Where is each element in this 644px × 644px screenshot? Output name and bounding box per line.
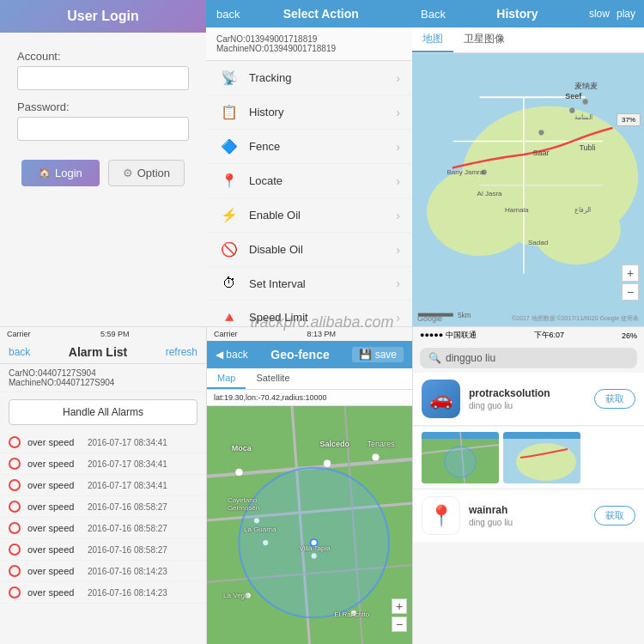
geo-zoom-out-button[interactable]: −: [392, 617, 407, 632]
map-label-sadad: Sadad: [528, 239, 548, 246]
action-item[interactable]: 🔷 Fence ›: [206, 130, 412, 164]
alarm-type: over speed: [27, 566, 88, 576]
svg-point-8: [569, 108, 574, 113]
alarm-time: 2016-07-16 08:14:23: [88, 588, 167, 598]
action-list: 📡 Tracking › 📋 History › 🔷 Fence › 📍 Loc…: [206, 61, 412, 326]
map-label-tubli: Tubli: [579, 143, 595, 152]
machine-no: MachineNO:013949001718819: [216, 44, 402, 53]
password-label: Password:: [17, 100, 189, 113]
screenshots-row: [422, 432, 635, 483]
action-item[interactable]: 🔺 Speed Limit ›: [206, 301, 412, 326]
panel-appstore: ●●●●● 中国联通 下午6:07 26% 🔍 dingguo liu 🚗 pr…: [412, 326, 644, 644]
geo-tab-satellite[interactable]: Satellite: [246, 368, 300, 389]
action-back-button[interactable]: back: [216, 8, 240, 21]
geo-save-button[interactable]: 💾 save: [352, 347, 404, 362]
panel-action: back Select Action CarNO:013949001718819…: [206, 0, 412, 326]
geo-label-laguama: La Guama: [244, 526, 276, 533]
action-item-label: Fence: [249, 140, 396, 153]
app-get-button-protracksolution[interactable]: 获取: [594, 389, 635, 409]
app-author-wainrah: ding guo liu: [469, 518, 594, 527]
handle-all-alarms-button[interactable]: Handle All Alarms: [9, 399, 197, 425]
alarm-dot: [9, 522, 21, 534]
app-author-protracksolution: ding guo liu: [469, 401, 594, 410]
map-label-rifa: الرفاع: [574, 206, 591, 214]
history-controls: slow play: [589, 8, 635, 20]
alarm-carrier: Carrier: [7, 330, 31, 338]
alarm-row[interactable]: over speed 2016-07-16 08:58:27: [0, 539, 206, 561]
alarm-time: 2016-07-16 08:58:27: [88, 545, 167, 555]
geo-carrier: Carrier: [214, 330, 238, 338]
appstore-status-bar: ●●●●● 中国联通 下午6:07 26%: [413, 327, 644, 343]
action-item-label: Set Interval: [249, 277, 396, 290]
account-label: Account:: [17, 50, 189, 63]
appstore-search-bar[interactable]: 🔍 dingguo liu: [420, 348, 637, 368]
alarm-type: over speed: [27, 523, 88, 533]
login-buttons: Login Option: [17, 160, 189, 186]
appstore-battery: 26%: [622, 331, 637, 340]
action-item[interactable]: ⏱ Set Interval ›: [206, 267, 412, 301]
alarm-row[interactable]: over speed 2016-07-16 08:58:27: [0, 518, 206, 539]
alarm-refresh-button[interactable]: refresh: [166, 346, 197, 358]
login-button[interactable]: Login: [21, 160, 100, 186]
svg-point-21: [324, 460, 331, 467]
history-play-button[interactable]: play: [617, 8, 635, 20]
action-item-arrow: ›: [396, 311, 400, 325]
action-item[interactable]: 🚫 Disable Oil ›: [206, 233, 412, 267]
alarm-row[interactable]: over speed 2016-07-16 08:14:23: [0, 582, 206, 604]
alarm-row[interactable]: over speed 2016-07-16 08:58:27: [0, 496, 206, 518]
app-info-protracksolution: protracksolution ding guo liu: [469, 387, 594, 410]
action-item-icon: 🔺: [218, 309, 240, 325]
app-screenshots: [413, 427, 644, 489]
alarm-type: over speed: [27, 587, 88, 598]
action-item[interactable]: ⚡ Enable Oil ›: [206, 198, 412, 233]
geo-back-button[interactable]: ◀ back: [216, 349, 248, 361]
history-map-area: 5km Seef 麦纳麦 المنامة Saar Tubli Bany Jam…: [412, 53, 644, 326]
geo-tab-map[interactable]: Map: [207, 368, 246, 389]
app-get-button-wainrah[interactable]: 获取: [594, 506, 635, 526]
tab-satellite[interactable]: 卫星图像: [453, 27, 515, 52]
action-item[interactable]: 📋 History ›: [206, 95, 412, 130]
map-label-hamala: Hamala: [505, 206, 529, 214]
alarm-list: over speed 2016-07-17 08:34:41 over spee…: [0, 432, 206, 644]
action-item-icon: 📡: [218, 70, 240, 86]
zoom-in-button[interactable]: +: [622, 264, 639, 282]
svg-rect-37: [503, 432, 580, 439]
app-name-wainrah: wainrah: [469, 504, 594, 516]
action-item-arrow: ›: [396, 243, 400, 257]
alarm-time: 2016-07-16 08:58:27: [88, 502, 167, 512]
search-icon: 🔍: [428, 352, 441, 364]
history-title: History: [496, 7, 538, 21]
app-item-wainrah: 📍 wainrah ding guo liu 获取: [413, 489, 644, 542]
map-copyright: ©2017 地图数据 ©2017/11/6020 Google 使用条: [512, 314, 639, 323]
map-label-arabic: المنامة: [574, 113, 592, 121]
password-input[interactable]: [17, 117, 189, 141]
geo-label-cayetano: CayetanoGermosén: [228, 496, 259, 512]
alarm-row[interactable]: over speed 2016-07-16 08:14:23: [0, 561, 206, 582]
history-back-button[interactable]: Back: [421, 8, 446, 21]
alarm-row[interactable]: over speed 2016-07-17 08:34:41: [0, 432, 206, 453]
alarm-dot: [9, 458, 21, 470]
svg-point-20: [235, 469, 242, 476]
alarm-row[interactable]: over speed 2016-07-17 08:34:41: [0, 475, 206, 496]
svg-point-35: [445, 447, 476, 477]
alarm-type: over speed: [27, 437, 88, 447]
account-input[interactable]: [17, 66, 189, 90]
action-item-icon: 🚫: [218, 241, 240, 258]
alarm-time: 5:59 PM: [100, 330, 130, 338]
option-button[interactable]: Option: [108, 160, 185, 186]
action-item[interactable]: 📍 Locate ›: [206, 164, 412, 198]
geo-coord-bar: lat:19.30,lon:-70.42,radius:10000: [207, 390, 412, 406]
alarm-time: 2016-07-17 08:34:41: [88, 459, 167, 469]
tab-map[interactable]: 地图: [412, 27, 453, 52]
alarm-back-button[interactable]: back: [9, 346, 30, 358]
alarm-row[interactable]: over speed 2016-07-17 08:34:41: [0, 453, 206, 475]
action-item-icon: 🔷: [218, 138, 240, 155]
alarm-dot: [9, 479, 21, 491]
svg-point-10: [538, 130, 544, 135]
geo-zoom-in-button[interactable]: +: [392, 598, 407, 614]
action-item[interactable]: 📡 Tracking ›: [206, 61, 412, 95]
alarm-time: 2016-07-16 08:14:23: [88, 567, 167, 576]
zoom-out-button[interactable]: −: [622, 283, 639, 301]
history-slow-button[interactable]: slow: [589, 8, 610, 20]
panel-geofence: Carrier 8:13 PM ◀ back Geo-fence 💾 save …: [206, 326, 412, 644]
